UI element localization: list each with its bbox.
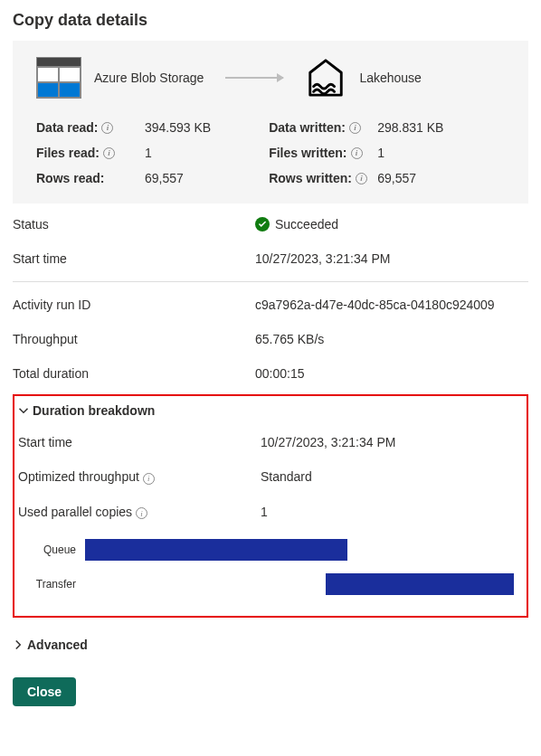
rows-read-label: Rows read: [36, 171, 145, 185]
total-duration-label: Total duration [13, 366, 255, 381]
rows-written-label: Rows written:i [269, 171, 377, 185]
duration-breakdown-highlight: Duration breakdown Start time 10/27/2023… [13, 394, 528, 618]
duration-gantt: Queue Transfer [18, 538, 523, 596]
success-icon [255, 217, 270, 232]
written-stats: Data written:i 298.831 KB Files written:… [269, 120, 443, 185]
gantt-transfer-label: Transfer [18, 578, 85, 591]
start-time-label: Start time [13, 251, 255, 266]
info-icon[interactable]: i [143, 473, 155, 485]
activity-run-id-label: Activity run ID [13, 298, 255, 312]
info-icon[interactable]: i [356, 173, 367, 184]
duration-breakdown-header: Duration breakdown [33, 403, 155, 418]
throughput-label: Throughput [13, 332, 255, 346]
info-icon[interactable]: i [103, 147, 115, 159]
rows-written-value: 69,557 [377, 171, 443, 185]
chevron-right-icon [13, 639, 24, 650]
info-icon[interactable]: i [101, 122, 113, 134]
info-icon[interactable]: i [351, 147, 363, 159]
gantt-row-queue: Queue [18, 538, 523, 562]
source-block: Azure Blob Storage [36, 57, 204, 99]
files-written-label: Files written:i [269, 146, 377, 160]
source-sink-card: Azure Blob Storage Lakehouse Data read:i… [13, 41, 528, 203]
breakdown-start-time-label: Start time [18, 435, 261, 449]
azure-blob-storage-icon [36, 57, 81, 99]
info-icon[interactable]: i [349, 122, 361, 134]
advanced-label: Advanced [27, 638, 88, 652]
page-title: Copy data details [13, 11, 528, 30]
status-label: Status [13, 217, 255, 232]
status-value: Succeeded [275, 217, 338, 232]
gantt-queue-label: Queue [18, 543, 85, 556]
used-parallel-copies-value: 1 [261, 505, 523, 519]
optimized-throughput-label: Optimized throughput i [18, 469, 261, 485]
files-written-value: 1 [377, 146, 443, 160]
divider [13, 281, 528, 282]
close-button[interactable]: Close [13, 677, 76, 706]
data-read-value: 394.593 KB [145, 120, 211, 135]
total-duration-value: 00:00:15 [255, 366, 528, 381]
data-written-label: Data written:i [269, 120, 377, 135]
advanced-toggle[interactable]: Advanced [13, 630, 88, 659]
data-read-label: Data read:i [36, 120, 145, 135]
lakehouse-icon [305, 57, 346, 99]
breakdown-start-time-value: 10/27/2023, 3:21:34 PM [261, 435, 523, 449]
used-parallel-copies-label: Used parallel copies i [18, 505, 261, 520]
info-icon[interactable]: i [136, 507, 147, 519]
gantt-row-transfer: Transfer [18, 572, 523, 596]
files-read-label: Files read:i [36, 146, 145, 160]
arrow-icon [225, 77, 283, 79]
rows-read-value: 69,557 [145, 171, 211, 185]
optimized-throughput-value: Standard [261, 469, 523, 484]
activity-run-id-value: c9a7962a-d47e-40dc-85ca-04180c924009 [255, 298, 528, 312]
gantt-queue-bar [85, 539, 347, 561]
files-read-value: 1 [145, 146, 211, 160]
source-label: Azure Blob Storage [94, 71, 204, 85]
sink-label: Lakehouse [359, 71, 422, 85]
read-stats: Data read:i 394.593 KB Files read:i 1 Ro… [36, 120, 211, 185]
start-time-value: 10/27/2023, 3:21:34 PM [255, 251, 528, 266]
gantt-transfer-bar [326, 573, 514, 595]
sink-block: Lakehouse [305, 57, 422, 99]
duration-breakdown-toggle[interactable]: Duration breakdown [18, 396, 155, 425]
throughput-value: 65.765 KB/s [255, 332, 528, 346]
chevron-down-icon [18, 405, 29, 416]
data-written-value: 298.831 KB [377, 120, 443, 135]
